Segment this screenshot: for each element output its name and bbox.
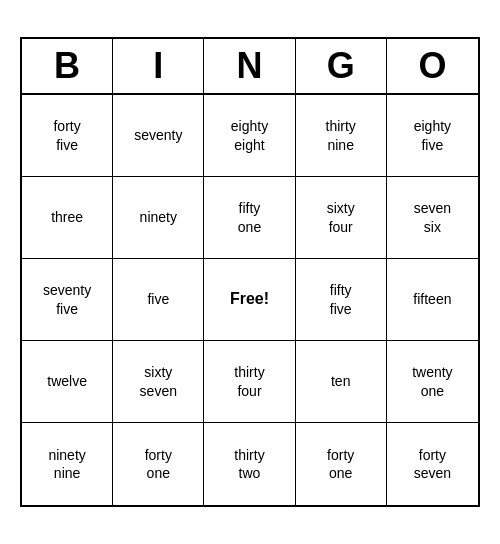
bingo-cell-22: thirtytwo [204,423,295,505]
bingo-cell-0: fortyfive [22,95,113,177]
bingo-cell-14: fifteen [387,259,478,341]
bingo-cell-1: seventy [113,95,204,177]
header-b: B [22,39,113,93]
bingo-cell-16: sixtyseven [113,341,204,423]
bingo-cell-20: ninetynine [22,423,113,505]
bingo-cell-3: thirtynine [296,95,387,177]
bingo-cell-12: Free! [204,259,295,341]
bingo-cell-11: five [113,259,204,341]
bingo-cell-13: fiftyfive [296,259,387,341]
bingo-cell-23: fortyone [296,423,387,505]
bingo-cell-7: fiftyone [204,177,295,259]
bingo-cell-2: eightyeight [204,95,295,177]
header-o: O [387,39,478,93]
bingo-grid: fortyfiveseventyeightyeightthirtynineeig… [22,95,478,505]
bingo-cell-24: fortyseven [387,423,478,505]
bingo-cell-9: sevensix [387,177,478,259]
bingo-cell-15: twelve [22,341,113,423]
header-g: G [296,39,387,93]
header-n: N [204,39,295,93]
bingo-cell-4: eightyfive [387,95,478,177]
bingo-cell-18: ten [296,341,387,423]
bingo-cell-6: ninety [113,177,204,259]
header-i: I [113,39,204,93]
bingo-cell-17: thirtyfour [204,341,295,423]
bingo-cell-19: twentyone [387,341,478,423]
bingo-header: B I N G O [22,39,478,95]
bingo-card: B I N G O fortyfiveseventyeightyeightthi… [20,37,480,507]
bingo-cell-8: sixtyfour [296,177,387,259]
bingo-cell-10: seventyfive [22,259,113,341]
bingo-cell-21: fortyone [113,423,204,505]
bingo-cell-5: three [22,177,113,259]
